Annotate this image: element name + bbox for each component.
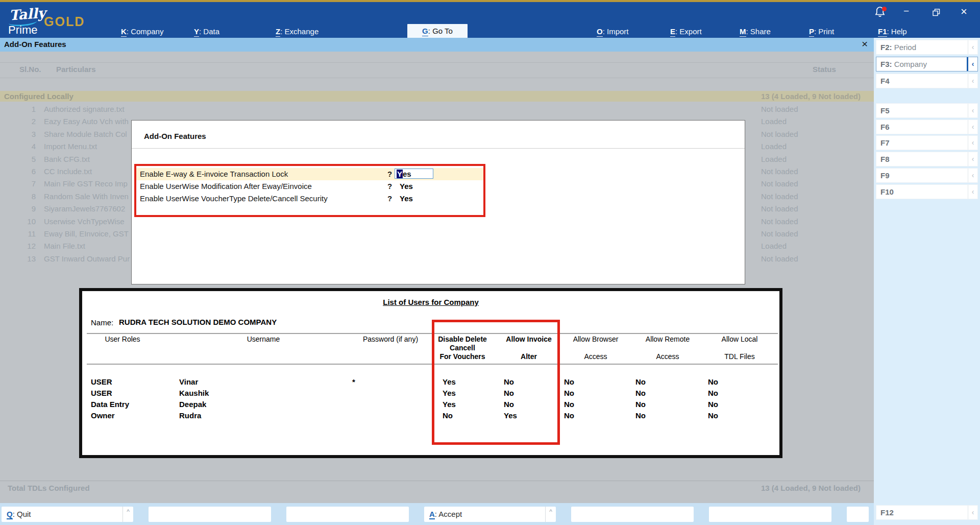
menu-print-hotkey: P [809,27,814,37]
eway-lock-input[interactable]: Yes [395,169,433,179]
sep: : [887,27,889,36]
row-particulars: Userwise VchTypeWise [44,216,125,228]
chevron-left-icon[interactable]: ‹ [968,136,977,150]
header-disable-delete-line2: Cancell [419,344,506,352]
row-number: 10 [15,216,36,228]
user-allow-browser: No [564,399,574,410]
menu-company-hotkey: K [121,27,127,37]
menu-import-label: Import [607,27,629,36]
header-username: Username [220,335,307,343]
user-allow-remote: No [635,410,646,421]
menu-import-hotkey: O [597,27,603,37]
user-allow-local: No [708,388,718,399]
dialog-title: Add-On Features [144,132,206,140]
sidebar-button-f5[interactable]: F5‹ [876,103,978,118]
group-summary: 13 (4 Loaded, 9 Not loaded) [761,92,861,101]
sidebar-button-f10[interactable]: F10‹ [876,184,978,199]
menu-import[interactable]: O: Import [597,26,629,37]
col-header-status: Status [813,65,836,77]
user-disable-delete: Yes [443,376,456,388]
menu-share[interactable]: M: Share [740,26,771,37]
menu-exchange[interactable]: Z: Exchange [276,26,318,37]
user-row: USER Kaushik Yes No No No No [82,388,779,399]
company-name-label: Name: [91,318,113,327]
fkey: F5 [880,106,890,115]
option-label: Enable UserWise VoucherType Delete/Cance… [140,193,328,205]
users-dialog-title: List of Users for Company [82,298,779,306]
restore-icon[interactable] [933,9,940,18]
sidebar-button-f9[interactable]: F9‹ [876,168,978,183]
chevron-left-icon[interactable]: ‹ [968,506,977,519]
user-role: USER [91,376,112,388]
user-name: Vinar [179,376,198,388]
sep: : [746,27,748,36]
menu-goto[interactable]: G: Go To [407,24,468,38]
sidebar-button-f7[interactable]: F7‹ [876,135,978,150]
row-number: 11 [15,228,36,240]
user-allow-local: No [708,376,718,388]
close-screen-icon[interactable]: × [862,38,868,50]
chevron-left-icon[interactable]: ‹ [968,152,977,166]
user-row: Owner Rudra No Yes No No No [82,410,779,421]
sidebar-button-f8[interactable]: F8‹ [876,152,978,166]
sidebar-button-f3-company[interactable]: F3: Company‹ [876,57,978,71]
accept-button[interactable]: A: Accept ^ [424,507,556,522]
row-status: Not loaded [761,103,798,115]
chevron-left-icon[interactable]: ‹ [968,104,977,117]
selected-char: Y [397,170,403,178]
user-row: Data Entry Deepak Yes No No No No [82,399,779,410]
header-user-roles: User Roles [79,335,166,343]
quit-button[interactable]: Q: Quit ^ [2,507,133,522]
menu-help[interactable]: F1: Help [878,26,907,37]
chevron-left-icon[interactable]: ‹ [968,40,977,54]
user-allow-browser: No [564,388,574,399]
menu-company[interactable]: K: Company [121,26,163,37]
menu-export[interactable]: E: Export [670,26,702,37]
option-eway-lock[interactable]: Enable E-way & E-invoice Transaction Loc… [136,168,483,180]
top-menu-bar: Tally Prime GOLD K: Company Y: Data Z: E… [0,2,980,38]
user-role: Owner [91,410,115,421]
user-disable-delete: Yes [443,388,456,399]
fkey-label: Period [892,43,917,52]
user-allow-remote: No [635,376,646,388]
user-password: * [352,376,355,388]
screen-title: Add-On Features [4,40,66,49]
expand-caret-icon[interactable]: ^ [122,507,133,522]
row-number: 1 [15,103,36,115]
close-window-icon[interactable]: × [961,5,967,18]
user-role: Data Entry [91,399,129,410]
menu-company-label: Company [131,27,163,36]
menu-share-hotkey: M [740,27,746,37]
total-label: Total TDLs Configured [8,482,90,494]
col-header-particulars: Particulars [56,65,96,77]
empty-action-slot [571,507,694,522]
row-status: Not loaded [761,253,798,265]
chevron-left-icon[interactable]: ‹ [968,169,977,182]
chevron-left-icon[interactable]: ‹ [967,57,977,71]
chevron-left-icon[interactable]: ‹ [968,120,977,134]
menu-print[interactable]: P: Print [809,26,834,37]
minimize-icon[interactable]: − [903,6,909,17]
sidebar-button-f4[interactable]: F4‹ [876,74,978,88]
row-status: Not loaded [761,216,798,228]
option-userwise-modification[interactable]: Enable UserWise Modification After Eway/… [136,180,483,193]
row-status: Loaded [761,115,787,128]
option-value: Yes [400,193,413,205]
quit-hotkey: Q [7,510,13,519]
user-role: USER [91,388,112,399]
divider [0,78,874,78]
sidebar-button-f2-period[interactable]: F2: Period‹ [876,40,978,55]
row-status: Not loaded [761,228,798,240]
question-mark: ? [387,193,392,205]
expand-caret-icon[interactable]: ^ [545,507,556,522]
sep: : [675,27,677,36]
option-vouchertype-security[interactable]: Enable UserWise VoucherType Delete/Cance… [136,193,483,205]
menu-data[interactable]: Y: Data [194,26,219,37]
chevron-left-icon[interactable]: ‹ [968,74,977,88]
sidebar-button-f6[interactable]: F6‹ [876,120,978,134]
sidebar-button-f12[interactable]: F12‹ [876,505,978,520]
header-allow-local-line1: Allow Local [696,335,783,343]
chevron-left-icon[interactable]: ‹ [968,185,977,199]
divider [87,333,778,334]
row-status: Not loaded [761,165,798,178]
